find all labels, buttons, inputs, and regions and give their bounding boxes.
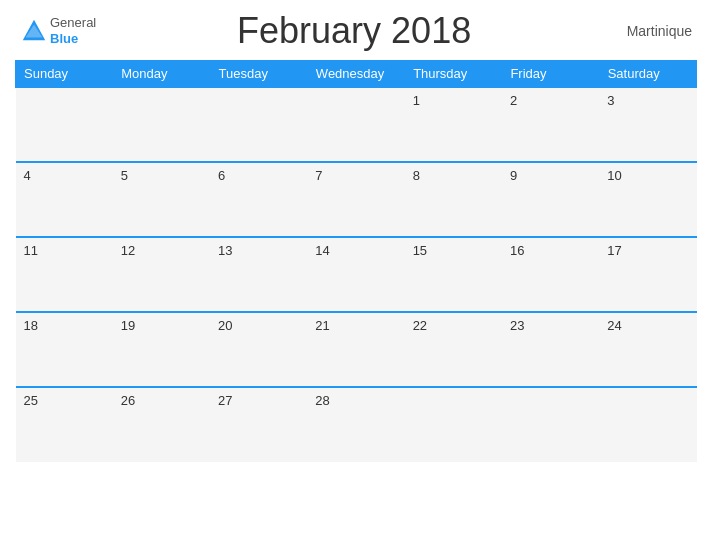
day-number: 16 — [510, 243, 524, 258]
header-tuesday: Tuesday — [210, 61, 307, 88]
calendar-cell-w2-d1: 4 — [16, 162, 113, 237]
calendar-cell-w2-d6: 9 — [502, 162, 599, 237]
calendar-cell-w5-d7 — [599, 387, 696, 462]
day-number: 10 — [607, 168, 621, 183]
day-number: 24 — [607, 318, 621, 333]
day-number: 2 — [510, 93, 517, 108]
calendar-cell-w5-d4: 28 — [307, 387, 404, 462]
calendar-cell-w5-d3: 27 — [210, 387, 307, 462]
day-number: 15 — [413, 243, 427, 258]
calendar-cell-w2-d4: 7 — [307, 162, 404, 237]
day-number: 22 — [413, 318, 427, 333]
calendar-cell-w4-d2: 19 — [113, 312, 210, 387]
day-number: 7 — [315, 168, 322, 183]
calendar-cell-w1-d1 — [16, 87, 113, 162]
calendar-cell-w4-d7: 24 — [599, 312, 696, 387]
logo-icon — [20, 17, 48, 45]
calendar-cell-w4-d5: 22 — [405, 312, 502, 387]
calendar-cell-w5-d2: 26 — [113, 387, 210, 462]
day-number: 26 — [121, 393, 135, 408]
calendar-cell-w5-d1: 25 — [16, 387, 113, 462]
calendar-cell-w4-d3: 20 — [210, 312, 307, 387]
calendar-title: February 2018 — [96, 10, 612, 52]
week-row-5: 25262728 — [16, 387, 697, 462]
week-row-1: 123 — [16, 87, 697, 162]
calendar-cell-w1-d7: 3 — [599, 87, 696, 162]
header-saturday: Saturday — [599, 61, 696, 88]
calendar-cell-w3-d5: 15 — [405, 237, 502, 312]
day-number: 21 — [315, 318, 329, 333]
week-row-3: 11121314151617 — [16, 237, 697, 312]
calendar-cell-w1-d4 — [307, 87, 404, 162]
calendar-cell-w1-d6: 2 — [502, 87, 599, 162]
day-number: 23 — [510, 318, 524, 333]
header-monday: Monday — [113, 61, 210, 88]
calendar-cell-w3-d7: 17 — [599, 237, 696, 312]
calendar-cell-w5-d5 — [405, 387, 502, 462]
calendar-cell-w3-d3: 13 — [210, 237, 307, 312]
calendar-cell-w4-d1: 18 — [16, 312, 113, 387]
calendar-cell-w3-d4: 14 — [307, 237, 404, 312]
header-friday: Friday — [502, 61, 599, 88]
week-row-4: 18192021222324 — [16, 312, 697, 387]
calendar-cell-w2-d7: 10 — [599, 162, 696, 237]
logo-blue-text: Blue — [50, 31, 96, 47]
calendar-body: 1234567891011121314151617181920212223242… — [16, 87, 697, 462]
calendar-cell-w1-d2 — [113, 87, 210, 162]
day-number: 20 — [218, 318, 232, 333]
calendar-cell-w2-d5: 8 — [405, 162, 502, 237]
day-number: 5 — [121, 168, 128, 183]
day-number: 3 — [607, 93, 614, 108]
calendar-container: General Blue February 2018 Martinique Su… — [0, 0, 712, 550]
day-number: 6 — [218, 168, 225, 183]
calendar-cell-w5-d6 — [502, 387, 599, 462]
week-row-2: 45678910 — [16, 162, 697, 237]
day-number: 8 — [413, 168, 420, 183]
day-number: 14 — [315, 243, 329, 258]
header-wednesday: Wednesday — [307, 61, 404, 88]
days-header-row: Sunday Monday Tuesday Wednesday Thursday… — [16, 61, 697, 88]
calendar-cell-w3-d2: 12 — [113, 237, 210, 312]
day-number: 12 — [121, 243, 135, 258]
calendar-cell-w4-d6: 23 — [502, 312, 599, 387]
header-sunday: Sunday — [16, 61, 113, 88]
day-number: 1 — [413, 93, 420, 108]
day-number: 18 — [24, 318, 38, 333]
logo-general-text: General — [50, 15, 96, 31]
calendar-cell-w3-d6: 16 — [502, 237, 599, 312]
day-number: 17 — [607, 243, 621, 258]
calendar-table: Sunday Monday Tuesday Wednesday Thursday… — [15, 60, 697, 462]
day-number: 4 — [24, 168, 31, 183]
calendar-cell-w4-d4: 21 — [307, 312, 404, 387]
calendar-cell-w1-d3 — [210, 87, 307, 162]
day-number: 27 — [218, 393, 232, 408]
day-number: 9 — [510, 168, 517, 183]
calendar-cell-w3-d1: 11 — [16, 237, 113, 312]
calendar-cell-w2-d3: 6 — [210, 162, 307, 237]
day-number: 11 — [24, 243, 38, 258]
calendar-location: Martinique — [612, 23, 692, 39]
header-thursday: Thursday — [405, 61, 502, 88]
calendar-cell-w1-d5: 1 — [405, 87, 502, 162]
day-number: 25 — [24, 393, 38, 408]
calendar-header: General Blue February 2018 Martinique — [15, 10, 697, 52]
day-number: 13 — [218, 243, 232, 258]
day-number: 19 — [121, 318, 135, 333]
calendar-cell-w2-d2: 5 — [113, 162, 210, 237]
logo: General Blue — [20, 15, 96, 46]
day-number: 28 — [315, 393, 329, 408]
